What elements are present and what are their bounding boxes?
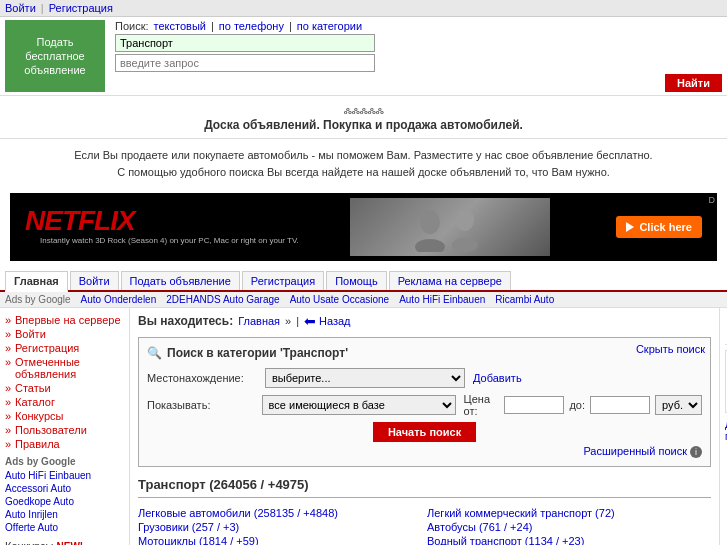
register-link[interactable]: Регистрация [49,2,113,14]
sidebar-ad-5[interactable]: Offerte Auto [5,521,124,534]
divider [138,497,711,498]
sidebar-item-register[interactable]: Регистрация [5,341,124,355]
search-main-row [115,34,722,52]
cat-link-light-commercial[interactable]: Легкий коммерческий транспорт (72) [427,506,711,520]
search-form-title: 🔍 Поиск в категории 'Транспорт' [147,346,702,360]
center-content: Вы находитесь: Главная » | ⬅ Назад 🔍 Пои… [130,308,719,545]
svg-point-3 [452,238,478,252]
tab-login[interactable]: Войти [70,271,119,290]
stars: ஃஃஃஃஃ [6,102,721,118]
price-from-label: Цена от: [464,393,500,417]
new-badge: NEW! [57,541,84,545]
main-layout: Впервые на сервере Войти Регистрация Отм… [0,308,727,545]
ads-link-4[interactable]: Auto HiFi Einbauen [399,294,485,305]
ads-label: Ads by Google [5,294,71,305]
banner-area: NETFLIX Instantly watch 3D Rock (Season … [0,188,727,266]
description: Если Вы продаете или покупаете автомобил… [0,139,727,188]
currency-select[interactable]: руб. [655,395,702,415]
search-label: Поиск: [115,20,149,32]
sidebar-item-firstvisit[interactable]: Впервые на сервере [5,313,124,327]
category-col-left: Легковые автомобили (258135 / +4848) Гру… [138,506,422,545]
price-row: Цена от: до: руб. [464,393,702,417]
sidebar-item-users[interactable]: Пользователи [5,423,124,437]
site-title-area: ஃஃஃஃஃ Доска объявлений. Покупка и продаж… [0,95,727,139]
location-row: Местонахождение: выберите... Добавить [147,368,702,388]
post-button[interactable]: Подать бесплатное объявление [5,20,105,92]
right-sidebar: Специальные предложения Покраска автомоб… [719,308,727,545]
transport-header: Транспорт (264056 / +4975) [138,477,711,492]
ads-link-1[interactable]: Auto Onderdelen [81,294,157,305]
sidebar-ads-title: Ads by Google [5,456,124,467]
show-select[interactable]: все имеющиеся в базе [262,395,456,415]
cat-link-motorcycles[interactable]: Мотоциклы (1814 / +59) [138,534,422,545]
tab-ads[interactable]: Реклама на сервере [389,271,511,290]
advanced-search-link[interactable]: Расширенный поиск [583,445,687,457]
hide-search-link[interactable]: Скрыть поиск [636,343,705,355]
top-bar: Войти | Регистрация [0,0,727,17]
sidebar-ad-2[interactable]: Accessori Auto [5,482,124,495]
sidebar-item-catalog[interactable]: Каталог [5,395,124,409]
price-to-label: до: [569,399,585,411]
netflix-logo: NETFLIX [25,205,284,237]
sidebar-ad-3[interactable]: Goedkope Auto [5,495,124,508]
price-from-input[interactable] [504,396,564,414]
back-link[interactable]: ⬅ Назад [304,313,351,329]
cat-link-buses[interactable]: Автобусы (761 / +24) [427,520,711,534]
svg-point-1 [415,239,445,252]
search-submit-button[interactable]: Начать поиск [373,422,476,442]
search-sub-input[interactable] [115,54,375,72]
price-to-input[interactable] [590,396,650,414]
search-area: Поиск: текстовый | по телефону | по кате… [115,20,722,92]
search-button[interactable]: Найти [665,74,722,92]
people-silhouette [400,202,500,252]
tab-home[interactable]: Главная [5,271,68,292]
banner-people-image [350,198,550,256]
login-link[interactable]: Войти [5,2,36,14]
ads-bar: Ads by Google Auto Onderdelen 2DEHANDS A… [0,292,727,308]
category-col-right: Легкий коммерческий транспорт (72) Автоб… [427,506,711,545]
cat-link-water[interactable]: Водный транспорт (1134 / +23) [427,534,711,545]
search-category-link[interactable]: по категории [297,20,362,32]
info-icon[interactable]: i [690,446,702,458]
desc-line1: Если Вы продаете или покупаете автомобил… [30,147,697,164]
banner-text: Instantly watch 3D Rock (Season 4) on yo… [40,236,299,245]
search-form-icon: 🔍 [147,346,162,360]
separator-pipe: | [296,315,299,327]
sidebar-item-login[interactable]: Войти [5,327,124,341]
search-phone-link[interactable]: по телефону [219,20,284,32]
sidebar-ad-4[interactable]: Auto Inrijlen [5,508,124,521]
breadcrumb-sep: » [285,315,291,327]
ads-link-2[interactable]: 2DEHANDS Auto Garage [166,294,279,305]
cta-label: Click here [639,221,692,233]
separator: | [41,2,44,14]
add-location-link[interactable]: Добавить [473,372,522,384]
cat-link-trucks[interactable]: Грузовики (257 / +3) [138,520,422,534]
back-arrow-icon: ⬅ [304,313,316,329]
tab-post[interactable]: Подать объявление [121,271,240,290]
show-label: Показывать: [147,399,254,411]
breadcrumb-home[interactable]: Главная [238,315,280,327]
search-text-link[interactable]: текстовый [154,20,206,32]
sidebar-item-marked[interactable]: Отмеченные объявления [5,355,124,381]
banner[interactable]: NETFLIX Instantly watch 3D Rock (Season … [10,193,717,261]
ads-link-3[interactable]: Auto Usate Occasione [290,294,390,305]
search-main-input[interactable] [115,34,375,52]
tab-help[interactable]: Помощь [326,271,387,290]
location-select[interactable]: выберите... [265,368,465,388]
tagline: Доска объявлений. Покупка и продажа авто… [6,118,721,132]
show-row: Показывать: все имеющиеся в базе Цена от… [147,393,702,417]
sidebar-item-articles[interactable]: Статьи [5,381,124,395]
tab-register[interactable]: Регистрация [242,271,324,290]
ad-label: D [709,195,716,205]
sidebar-item-rules[interactable]: Правила [5,437,124,451]
breadcrumb-you-are: Вы находитесь: [138,314,233,328]
ads-link-5[interactable]: Ricambi Auto [495,294,554,305]
search-sub-row [115,54,722,72]
click-here-button[interactable]: Click here [616,216,702,238]
sidebar-item-contests[interactable]: Конкурсы [5,409,124,423]
cat-link-cars[interactable]: Легковые автомобили (258135 / +4848) [138,506,422,520]
svg-point-0 [420,210,440,234]
svg-point-2 [456,209,474,231]
sidebar-ad-1[interactable]: Auto HiFi Einbauen [5,469,124,482]
left-sidebar: Впервые на сервере Войти Регистрация Отм… [0,308,130,545]
